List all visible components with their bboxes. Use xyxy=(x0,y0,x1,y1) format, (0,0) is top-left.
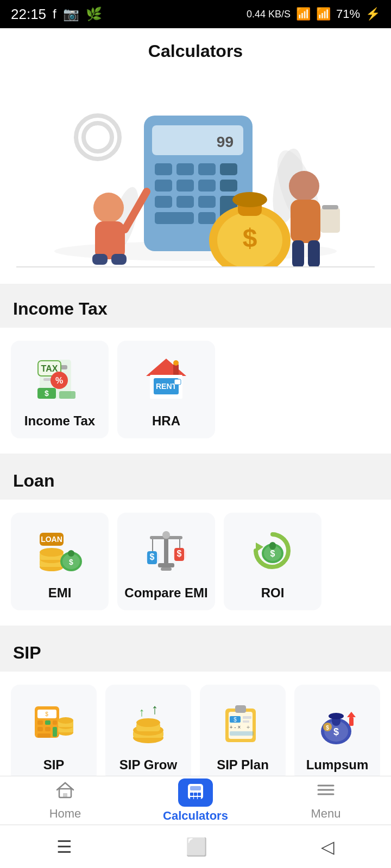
svg-rect-32 xyxy=(111,254,127,265)
svg-point-70 xyxy=(162,531,170,539)
svg-rect-22 xyxy=(198,212,216,224)
svg-point-33 xyxy=(289,171,319,201)
battery-icon: ⚡ xyxy=(365,7,380,21)
svg-text:$: $ xyxy=(270,549,275,558)
svg-rect-92 xyxy=(37,727,43,731)
svg-text:LOAN: LOAN xyxy=(41,535,62,544)
svg-rect-38 xyxy=(308,240,320,267)
calculators-icon-box xyxy=(178,778,213,807)
svg-rect-89 xyxy=(37,720,43,725)
nav-calculators-label: Calculators xyxy=(163,809,228,823)
svg-marker-50 xyxy=(146,359,186,376)
svg-rect-37 xyxy=(292,240,304,267)
svg-rect-67 xyxy=(68,550,74,557)
svg-rect-14 xyxy=(176,180,194,192)
wifi-icon: 📶 xyxy=(296,7,311,21)
svg-rect-56 xyxy=(174,379,181,385)
emi-card[interactable]: LOAN $ xyxy=(11,513,109,610)
status-right: 0.44 KB/S 📶 📶 71% ⚡ xyxy=(247,7,380,21)
menu-icon xyxy=(316,780,336,805)
svg-rect-15 xyxy=(198,180,216,192)
nav-calculators[interactable]: Calculators xyxy=(160,778,231,823)
emi-card-label: EMI xyxy=(48,585,72,601)
svg-rect-68 xyxy=(164,536,168,564)
svg-rect-9 xyxy=(155,163,172,175)
battery: 71% xyxy=(336,7,360,21)
time: 22:15 xyxy=(11,6,46,23)
svg-point-52 xyxy=(173,360,179,366)
system-nav-bar: ☰ ⬜ ◁ xyxy=(0,825,391,868)
svg-rect-31 xyxy=(92,254,108,265)
svg-rect-11 xyxy=(198,163,216,175)
svg-rect-113 xyxy=(243,716,251,719)
page-title: Calculators xyxy=(148,41,243,61)
hero-divider xyxy=(16,266,375,267)
sys-home-btn[interactable]: ⬜ xyxy=(186,837,207,857)
svg-text:$: $ xyxy=(177,549,182,558)
svg-text:TAX: TAX xyxy=(41,364,58,373)
svg-rect-18 xyxy=(176,196,194,208)
svg-point-63 xyxy=(40,548,64,557)
income-tax-icon: TAX % $ xyxy=(33,352,87,406)
sys-back-btn[interactable]: ◁ xyxy=(321,837,335,857)
svg-rect-17 xyxy=(155,196,172,208)
svg-rect-134 xyxy=(190,797,193,799)
svg-rect-128 xyxy=(63,793,67,797)
network-speed: 0.44 KB/S xyxy=(247,9,291,20)
nav-home[interactable]: Home xyxy=(30,780,100,821)
income-tax-label: Income Tax xyxy=(0,284,391,328)
svg-text:÷: ÷ xyxy=(247,724,250,730)
svg-rect-16 xyxy=(220,180,237,192)
svg-text:RENT: RENT xyxy=(156,382,177,391)
svg-rect-80 xyxy=(161,567,172,571)
svg-rect-110 xyxy=(235,705,246,713)
roi-card[interactable]: $ ROI xyxy=(224,513,321,610)
svg-rect-94 xyxy=(53,727,57,737)
sip-section: SIP $ xyxy=(0,628,391,800)
svg-text:$: $ xyxy=(45,711,48,717)
income-tax-card-label: Income Tax xyxy=(24,413,95,429)
app-header: Calculators xyxy=(0,28,391,72)
loan-label: Loan xyxy=(0,456,391,500)
hero-svg: 99 $ xyxy=(38,83,353,267)
sip-grow-card-label: SIP Grow xyxy=(119,757,177,773)
nav-menu-label: Menu xyxy=(311,807,340,821)
income-tax-cards: TAX % $ Income Tax xyxy=(0,328,391,454)
hra-card[interactable]: RENT HRA xyxy=(117,341,215,438)
nav-menu[interactable]: Menu xyxy=(291,780,361,821)
sip-grow-card[interactable]: ↑ ↑ SIP Grow xyxy=(105,685,191,782)
fb-icon: f xyxy=(53,7,56,22)
sip-card[interactable]: $ xyxy=(11,685,97,782)
svg-rect-93 xyxy=(45,727,51,731)
emi-icon: LOAN $ xyxy=(33,524,87,578)
lumpsum-card[interactable]: $ $ Lumpsum xyxy=(294,685,380,782)
sip-icon: $ xyxy=(27,695,81,750)
svg-rect-90 xyxy=(45,720,51,725)
nav-home-label: Home xyxy=(49,807,81,821)
hra-card-label: HRA xyxy=(152,413,180,429)
svg-rect-85 xyxy=(269,542,276,550)
svg-text:+ - ×: + - × xyxy=(230,724,241,730)
svg-rect-12 xyxy=(220,163,237,175)
svg-point-122 xyxy=(329,713,344,719)
sip-plan-card[interactable]: $ + - × ÷ SIP Plan xyxy=(200,685,286,782)
svg-rect-10 xyxy=(176,163,194,175)
income-tax-section: Income Tax TAX xyxy=(0,284,391,456)
svg-text:$: $ xyxy=(243,224,257,252)
svg-text:↑: ↑ xyxy=(152,701,159,717)
status-left: 22:15 f 📷 🌿 xyxy=(11,6,102,23)
sip-card-label: SIP xyxy=(43,757,65,773)
hra-icon: RENT xyxy=(139,352,193,406)
home-icon xyxy=(55,780,75,805)
svg-text:$: $ xyxy=(69,558,73,566)
svg-rect-130 xyxy=(190,786,201,790)
sys-menu-btn[interactable]: ☰ xyxy=(56,837,72,857)
svg-text:%: % xyxy=(55,376,63,385)
compare-emi-card[interactable]: $ $ Compare EMI xyxy=(117,513,215,610)
status-bar: 22:15 f 📷 🌿 0.44 KB/S 📶 📶 71% ⚡ xyxy=(0,0,391,28)
loan-section: Loan LOAN xyxy=(0,456,391,628)
svg-rect-34 xyxy=(291,200,320,243)
income-tax-card[interactable]: TAX % $ Income Tax xyxy=(11,341,109,438)
svg-rect-131 xyxy=(190,793,193,796)
svg-text:$: $ xyxy=(150,552,155,561)
